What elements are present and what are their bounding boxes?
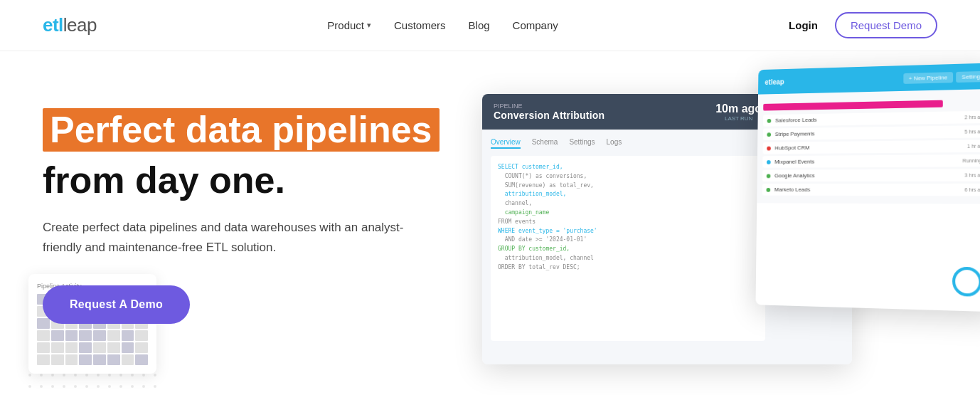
hero-section: const dg = document.querySelector('.dot-… bbox=[0, 51, 980, 395]
login-link[interactable]: Login bbox=[789, 19, 818, 31]
tab-logs[interactable]: Logs bbox=[607, 138, 622, 149]
pipeline-list: Salesforce Leads2 hrs agoStripe Payments… bbox=[757, 89, 980, 204]
pipeline-name: Conversion Attribution bbox=[494, 110, 708, 121]
cta-button[interactable]: Request A Demo bbox=[43, 285, 190, 324]
subheadline: Create perfect data pipelines and data w… bbox=[43, 218, 412, 256]
code-panel: SELECT customer_id, COUNT(*) as conversi… bbox=[491, 156, 765, 341]
headline: Perfect data pipelines from day one. bbox=[43, 108, 498, 201]
request-demo-nav-button[interactable]: Request Demo bbox=[835, 12, 937, 38]
status-dot bbox=[767, 187, 771, 191]
pipeline-name: Salesforce Leads bbox=[775, 114, 960, 123]
logo-leap: leap bbox=[63, 14, 97, 36]
status-dot bbox=[767, 132, 771, 137]
nav-links: Product Customers Blog Company bbox=[327, 19, 558, 32]
pipeline-name: Google Analytics bbox=[774, 172, 960, 179]
pipeline-rows: Salesforce Leads2 hrs agoStripe Payments… bbox=[762, 111, 980, 196]
dashboard-second: etleap + New Pipeline Settings Salesforc… bbox=[756, 63, 980, 312]
navbar: etlleap Product Customers Blog Company L… bbox=[0, 0, 980, 51]
nav-company[interactable]: Company bbox=[513, 19, 558, 31]
nav-product[interactable]: Product bbox=[327, 19, 371, 31]
list-item[interactable]: Google Analytics3 hrs ago bbox=[762, 169, 980, 181]
headline-rest: from day one. bbox=[43, 160, 285, 201]
pipeline-label: PIPELINE bbox=[494, 102, 708, 110]
pipeline-time: 2 hrs ago bbox=[964, 115, 980, 120]
list-item[interactable]: Stripe Payments5 hrs ago bbox=[763, 125, 980, 140]
pipeline-time: 5 hrs ago bbox=[964, 129, 980, 135]
status-dot bbox=[767, 174, 771, 178]
status-dot bbox=[767, 160, 771, 164]
logo[interactable]: etlleap bbox=[43, 14, 97, 36]
pipeline-time: Running... bbox=[963, 158, 980, 163]
pipeline-name: Marketo Leads bbox=[774, 186, 960, 193]
nav-right: Login Request Demo bbox=[789, 12, 937, 38]
settings-btn[interactable]: Settings bbox=[956, 70, 980, 82]
pipeline-time: 6 hrs ago bbox=[964, 187, 980, 192]
list-item[interactable]: Marketo Leads6 hrs ago bbox=[762, 184, 980, 196]
logo-etl: etl bbox=[43, 14, 63, 36]
hero-visuals: PIPELINE Conversion Attribution 10m ago … bbox=[482, 65, 980, 395]
pipeline-time: 1 hr ago bbox=[967, 144, 980, 149]
tab-settings[interactable]: Settings bbox=[569, 138, 595, 149]
pipeline-name: HubSpot CRM bbox=[774, 143, 962, 152]
nav-customers[interactable]: Customers bbox=[394, 19, 446, 31]
status-dot bbox=[767, 118, 772, 122]
headline-highlight: Perfect data pipelines bbox=[43, 108, 440, 152]
status-dot bbox=[767, 146, 771, 150]
nav-blog[interactable]: Blog bbox=[469, 19, 490, 31]
last-run-val: 10m ago bbox=[715, 102, 762, 115]
circle-decoration bbox=[952, 267, 980, 297]
list-item[interactable]: HubSpot CRM1 hr ago bbox=[763, 139, 980, 154]
hero-content: Perfect data pipelines from day one. Cre… bbox=[43, 108, 498, 324]
pipeline-time: 3 hrs ago bbox=[964, 172, 980, 177]
pipeline-name: Mixpanel Events bbox=[774, 157, 958, 165]
second-logo: etleap bbox=[765, 78, 784, 85]
tab-schema[interactable]: Schema bbox=[532, 138, 558, 149]
accent-bar bbox=[763, 100, 943, 111]
pipeline-name: Stripe Payments bbox=[775, 129, 961, 137]
list-item[interactable]: Salesforce Leads2 hrs ago bbox=[763, 111, 980, 127]
new-pipeline-btn[interactable]: + New Pipeline bbox=[903, 72, 953, 84]
list-item[interactable]: Mixpanel EventsRunning... bbox=[762, 154, 980, 168]
